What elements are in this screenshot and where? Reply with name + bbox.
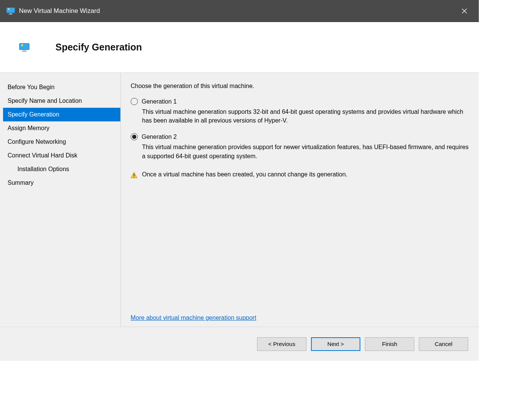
svg-rect-3 <box>8 14 13 15</box>
warning-text: Once a virtual machine has been created,… <box>142 171 347 178</box>
wizard-content: Choose the generation of this virtual ma… <box>121 73 479 327</box>
svg-rect-11 <box>134 174 134 176</box>
step-installation-options[interactable]: Installation Options <box>3 162 120 176</box>
step-before-you-begin[interactable]: Before You Begin <box>3 80 120 94</box>
wizard-header: Specify Generation <box>0 22 479 73</box>
svg-rect-8 <box>23 50 26 51</box>
option-generation-2[interactable]: Generation 2 This virtual machine genera… <box>131 133 470 160</box>
step-assign-memory[interactable]: Assign Memory <box>3 121 120 135</box>
warning-row: Once a virtual machine has been created,… <box>131 171 470 179</box>
previous-button[interactable]: < Previous <box>257 337 306 351</box>
close-button[interactable] <box>456 3 473 19</box>
instruction-text: Choose the generation of this virtual ma… <box>131 83 470 90</box>
option-generation-1[interactable]: Generation 1 This virtual machine genera… <box>131 98 470 125</box>
svg-rect-0 <box>6 8 15 13</box>
wizard-footer: < Previous Next > Finish Cancel <box>0 327 479 361</box>
svg-rect-12 <box>134 176 134 177</box>
titlebar: New Virtual Machine Wizard <box>0 0 479 22</box>
svg-point-7 <box>21 44 23 46</box>
cancel-button[interactable]: Cancel <box>419 337 468 351</box>
option-desc-generation-1: This virtual machine generation supports… <box>142 107 469 125</box>
svg-rect-2 <box>9 13 12 14</box>
svg-rect-9 <box>22 51 27 52</box>
warning-icon <box>131 172 137 179</box>
window-title: New Virtual Machine Wizard <box>19 7 456 15</box>
svg-rect-6 <box>19 43 29 49</box>
wizard-monitor-icon <box>19 43 30 52</box>
page-title: Specify Generation <box>55 42 142 53</box>
next-button[interactable]: Next > <box>311 337 360 351</box>
wizard-body: Before You Begin Specify Name and Locati… <box>0 73 479 327</box>
wizard-steps-sidebar: Before You Begin Specify Name and Locati… <box>3 73 121 327</box>
step-configure-networking[interactable]: Configure Networking <box>3 135 120 149</box>
step-connect-vhd[interactable]: Connect Virtual Hard Disk <box>3 149 120 162</box>
finish-button[interactable]: Finish <box>365 337 414 351</box>
app-monitor-icon <box>6 7 15 15</box>
step-summary[interactable]: Summary <box>3 176 120 190</box>
option-label-generation-1: Generation 1 <box>142 98 177 105</box>
option-desc-generation-2: This virtual machine generation provides… <box>142 143 469 160</box>
radio-generation-2[interactable] <box>131 133 138 140</box>
radio-generation-1[interactable] <box>131 98 138 105</box>
option-label-generation-2: Generation 2 <box>142 134 177 140</box>
step-specify-name-location[interactable]: Specify Name and Location <box>3 94 120 108</box>
help-link-generation-support[interactable]: More about virtual machine generation su… <box>131 315 470 321</box>
step-specify-generation[interactable]: Specify Generation <box>3 108 120 121</box>
close-icon <box>462 8 467 14</box>
svg-point-1 <box>8 8 10 10</box>
